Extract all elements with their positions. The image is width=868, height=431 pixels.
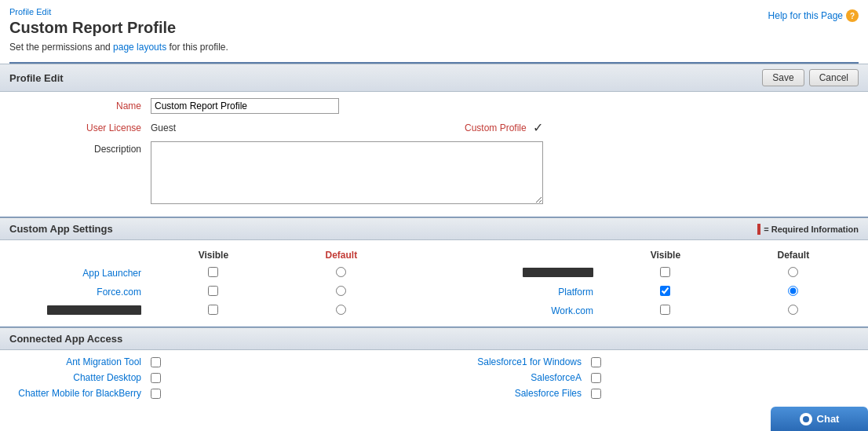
platform-visible[interactable] [603,283,728,301]
forcecom-default-radio[interactable] [336,286,346,296]
workcom-visible-cb[interactable] [660,305,670,315]
name-input[interactable] [151,98,339,114]
redacted2-default[interactable] [276,301,407,320]
app-launcher-visible[interactable] [151,264,276,283]
app-row-2: Force.com Platform [9,283,859,301]
profile-edit-section: Profile Edit Save Cancel Name User Licen… [0,64,868,217]
ant-migration-label: Ant Migration Tool [9,356,151,367]
save-button[interactable]: Save [762,69,804,86]
app-launcher-default-radio[interactable] [336,267,346,277]
connected-left-1: Ant Migration Tool [9,356,434,367]
redacted2-visible-cb[interactable] [208,305,218,315]
col-default-right: Default [728,247,859,264]
connected-app-section: Connected App Access Ant Migration Tool … [0,327,868,410]
custom-profile-check: ✓ [533,120,543,135]
profile-edit-title: Profile Edit [9,72,64,84]
sf-files-cb[interactable] [591,389,601,399]
name-row: Name [9,98,859,114]
name-label: Name [9,98,151,111]
workcom-default-radio[interactable] [788,305,798,315]
required-info: = Required Information [757,224,859,235]
chat-label: Chat [817,413,840,425]
col-default-left: Default [276,247,407,264]
forcecom-default[interactable] [276,283,407,301]
forcecom-label: Force.com [9,283,151,301]
page-header: Profile Edit Custom Report Profile Set t… [0,0,868,56]
custom-app-settings-title: Custom App Settings [9,223,113,235]
redacted-default-radio[interactable] [788,267,798,277]
connected-right-3: Salesforce Files [434,388,859,399]
redacted-visible-cb[interactable] [660,267,670,277]
redacted2-default-radio[interactable] [336,305,346,315]
sf1-windows-label: Salesforce1 for Windows [434,356,591,367]
sf-files-label: Salesforce Files [434,388,591,399]
platform-label: Platform [407,283,603,301]
description-pre: Set the permissions and [9,42,113,53]
description-label: Description [9,141,151,155]
chatter-blackberry-cb[interactable] [151,389,161,399]
custom-app-settings-section: Custom App Settings = Required Informati… [0,217,868,327]
chatter-blackberry-label: Chatter Mobile for BlackBerry [9,388,151,399]
connected-app-title: Connected App Access [9,333,122,345]
chat-icon [800,413,812,426]
redacted-visible[interactable] [603,264,728,283]
help-text: Help for this Page [768,10,843,21]
app-row-3: Work.com [9,301,859,320]
redacted2-visible[interactable] [151,301,276,320]
description-textarea[interactable] [151,141,543,204]
user-license-row: User License Guest Custom Profile ✓ [9,120,859,135]
profile-form-body: Name User License Guest Custom Profile ✓… [0,92,868,217]
chatter-desktop-label: Chatter Desktop [9,372,151,383]
page-container: Profile Edit Custom Report Profile Set t… [0,0,868,431]
header-actions: Save Cancel [762,69,859,86]
salesforcea-cb[interactable] [591,373,601,383]
cancel-button[interactable]: Cancel [809,69,859,86]
workcom-label: Work.com [407,301,603,320]
redacted-default[interactable] [728,264,859,283]
required-label: = Required Information [764,225,859,234]
ant-migration-cb[interactable] [151,357,161,367]
redacted-cell [407,264,603,283]
connected-row-1: Ant Migration Tool Salesforce1 for Windo… [9,356,859,367]
user-license-value: Guest [151,122,308,133]
page-description: Set the permissions and page layouts for… [9,42,859,53]
connected-row-2: Chatter Desktop SalesforceA [9,372,859,383]
salesforcea-label: SalesforceA [434,372,591,383]
col-visible-left: Visible [151,247,276,264]
chat-button[interactable]: Chat [771,407,868,431]
app-launcher-label: App Launcher [9,264,151,283]
breadcrumb: Profile Edit [9,7,51,16]
app-launcher-visible-cb[interactable] [208,267,218,277]
connected-left-2: Chatter Desktop [9,372,434,383]
app-launcher-default[interactable] [276,264,407,283]
sf1-windows-cb[interactable] [591,357,601,367]
help-icon: ? [846,9,859,22]
app-settings-body: Visible Default Visible Default App Laun… [0,240,868,327]
col-visible-right: Visible [603,247,728,264]
custom-profile-label: Custom Profile [465,122,527,133]
platform-visible-cb[interactable] [660,286,670,296]
custom-app-settings-header: Custom App Settings = Required Informati… [0,217,868,240]
app-row-1: App Launcher [9,264,859,283]
chatter-desktop-cb[interactable] [151,373,161,383]
user-license-label: User License [9,120,151,133]
connected-row-3: Chatter Mobile for BlackBerry Salesforce… [9,388,859,399]
connected-right-2: SalesforceA [434,372,859,383]
profile-edit-header: Profile Edit Save Cancel [0,64,868,92]
forcecom-visible[interactable] [151,283,276,301]
platform-default-radio[interactable] [788,286,798,296]
connected-app-body: Ant Migration Tool Salesforce1 for Windo… [0,350,868,410]
platform-default[interactable] [728,283,859,301]
user-license-value-row: Guest Custom Profile ✓ [151,120,543,135]
redacted-app-label [9,301,151,320]
redacted-bar [523,268,593,277]
page-layouts-link[interactable]: page layouts [113,42,166,53]
description-post: for this profile. [166,42,228,53]
workcom-visible[interactable] [603,301,728,320]
custom-profile-section: Custom Profile ✓ [465,120,543,135]
description-row: Description [9,141,859,204]
forcecom-visible-cb[interactable] [208,286,218,296]
help-link[interactable]: Help for this Page ? [768,9,859,22]
connected-app-header: Connected App Access [0,327,868,350]
workcom-default[interactable] [728,301,859,320]
